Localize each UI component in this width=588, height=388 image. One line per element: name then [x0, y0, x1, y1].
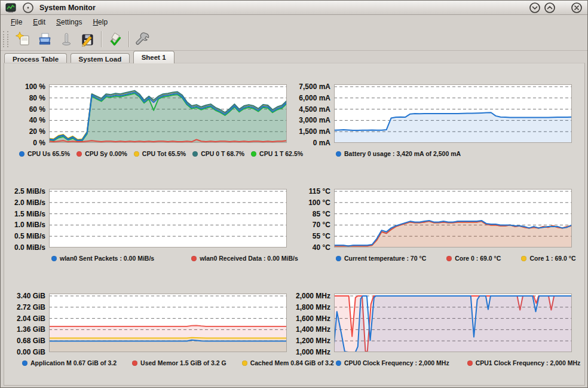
cpu-usage-chart[interactable]: 100 %80 %60 %40 %20 %0 %CPU Us 65.5%CPU …: [6, 81, 287, 163]
toolbar: [1, 28, 587, 51]
y-axis-label: 3,000 mA: [291, 115, 330, 125]
window-menu-button[interactable]: [22, 2, 34, 14]
save-icon: [79, 31, 96, 48]
menu-file[interactable]: File: [5, 17, 27, 28]
chart-legend: CPU Us 65.5%CPU Sy 0.00%CPU Tot 65.5%CPU…: [19, 150, 303, 157]
legend-color-dot: [336, 360, 341, 366]
y-axis-label: 2.04 GiB: [6, 314, 45, 323]
y-axis-label: 100 %: [6, 82, 45, 91]
menubar: File Edit Settings Help: [1, 16, 587, 28]
menu-settings[interactable]: Settings: [51, 17, 87, 28]
chart-legend: Battery 0 usage : 3,420 mA of 2,500 mA: [336, 150, 461, 157]
maximize-button[interactable]: [544, 2, 556, 14]
plot-area: [334, 189, 572, 248]
menu-help[interactable]: Help: [87, 17, 113, 28]
y-axis-label: 80 %: [6, 93, 45, 103]
legend-color-dot: [242, 360, 247, 366]
legend-text: CPU Tot 65.5%: [142, 150, 186, 157]
legend-text: CPU 0 T 68.7%: [201, 150, 244, 157]
legend-color-dot: [251, 151, 256, 157]
y-axis-label: 2.5 MiB/s: [6, 187, 45, 196]
app-icon: [5, 2, 16, 13]
y-axis-label: 70 °C: [291, 220, 330, 230]
y-axis-label: 0.5 MiB/s: [6, 231, 45, 241]
legend-text: wlan0 Received Data : 0.00 MiB/s: [200, 255, 298, 262]
tabbar: Process Table System Load Sheet 1: [1, 51, 587, 63]
plot-area: [49, 294, 287, 352]
legend-color-dot: [76, 151, 82, 157]
legend-text: Current temperature : 70 °C: [344, 255, 426, 262]
new-worksheet-button[interactable]: [13, 30, 34, 48]
legend-item: wlan0 Sent Packets : 0.00 MiB/s: [51, 255, 154, 262]
y-axis-label: 1,200 MHz: [291, 336, 330, 346]
legend-color-dot: [22, 360, 27, 366]
tab-sheet-1[interactable]: Sheet 1: [133, 51, 174, 63]
y-axis-label: 3.40 GiB: [6, 291, 45, 301]
legend-item: Battery 0 usage : 3,420 mA of 2,500 mA: [336, 150, 461, 157]
y-axis-label: 1,600 MHz: [291, 314, 330, 323]
legend-text: CPU Us 65.5%: [27, 150, 70, 157]
close-button[interactable]: [571, 2, 583, 14]
legend-color-dot: [467, 360, 473, 366]
y-axis-label: 1,800 MHz: [291, 303, 330, 312]
legend-text: wlan0 Sent Packets : 0.00 MiB/s: [60, 255, 154, 262]
export-worksheet-button[interactable]: [77, 30, 99, 48]
titlebar[interactable]: System Monitor: [1, 1, 587, 15]
legend-item: CPU Tot 65.5%: [134, 150, 186, 157]
plot-area: [49, 189, 287, 248]
legend-color-dot: [336, 151, 341, 157]
legend-text: Battery 0 usage : 3,420 mA of 2,500 mA: [344, 150, 461, 157]
y-axis-label: 85 °C: [291, 209, 330, 219]
minimize-button[interactable]: [529, 2, 541, 14]
plot-area: [334, 294, 572, 352]
toolbar-drag-handle[interactable]: [3, 31, 8, 47]
apply-worksheet-button[interactable]: [105, 30, 126, 48]
toolbar-separator: [128, 31, 130, 47]
legend-item: CPU1 Clock Frequency : 2,000 MHz: [467, 359, 581, 366]
chart-legend: Current temperature : 70 °CCore 0 : 69.0…: [336, 255, 576, 262]
temperature-chart[interactable]: 115 °C100 °C85 °C70 °C55 °C40 °CCurrent …: [291, 185, 572, 267]
thermometer-icon: [58, 31, 75, 48]
plot-area: [49, 84, 287, 143]
y-axis-label: 115 °C: [291, 187, 330, 196]
legend-color-dot: [19, 151, 24, 157]
legend-item: Core 1 : 69.0 °C: [521, 255, 575, 262]
chart-legend: wlan0 Sent Packets : 0.00 MiB/swlan0 Rec…: [51, 255, 298, 262]
legend-item: CPU Sy 0.00%: [76, 150, 127, 157]
y-axis-label: 1,500 mA: [291, 127, 330, 136]
y-axis-label: 1,400 MHz: [291, 325, 330, 334]
window-title: System Monitor: [39, 4, 96, 12]
y-axis-label: 0.0 MiB/s: [6, 243, 45, 252]
y-axis-label: 40 %: [6, 115, 45, 125]
import-worksheet-button[interactable]: [34, 30, 56, 48]
y-axis-label: 1.36 GiB: [6, 325, 45, 334]
legend-text: CPU Sy 0.00%: [85, 150, 127, 157]
legend-item: Used Memor 1.5 GiB of 3.2 G: [132, 359, 226, 366]
legend-text: Core 1 : 69.0 °C: [529, 255, 575, 262]
chart-legend: CPU0 Clock Frequency : 2,000 MHzCPU1 Clo…: [336, 359, 580, 366]
toolbar-separator: [101, 31, 102, 47]
legend-text: CPU0 Clock Frequency : 2,000 MHz: [344, 359, 449, 366]
memory-chart[interactable]: 3.40 GiB2.72 GiB2.04 GiB1.36 GiB0.68 GiB…: [6, 290, 287, 372]
legend-text: Core 0 : 69.0 °C: [455, 255, 501, 262]
configure-button[interactable]: [132, 30, 154, 48]
legend-item: Core 0 : 69.0 °C: [446, 255, 501, 262]
menu-edit[interactable]: Edit: [27, 17, 51, 28]
wrench-icon: [134, 31, 151, 48]
legend-item: CPU0 Clock Frequency : 2,000 MHz: [336, 359, 449, 366]
y-axis-label: 1.5 MiB/s: [6, 209, 45, 219]
monitor-button[interactable]: [56, 30, 77, 48]
legend-color-dot: [134, 151, 139, 157]
legend-text: CPU1 Clock Frequency : 2,000 MHz: [476, 359, 581, 366]
plot-area: [334, 84, 572, 143]
network-chart[interactable]: 2.5 MiB/s2.0 MiB/s1.5 MiB/s1.0 MiB/s0.5 …: [6, 185, 287, 267]
y-axis-label: 0.68 GiB: [6, 336, 45, 346]
y-axis-label: 0.00 GiB: [6, 347, 45, 357]
y-axis-label: 7,500 mA: [291, 82, 330, 91]
battery-chart[interactable]: 7,500 mA6,000 mA4,500 mA3,000 mA1,500 mA…: [291, 81, 572, 163]
y-axis-label: 20 %: [6, 127, 45, 136]
legend-color-dot: [336, 256, 341, 261]
brush-check-icon: [107, 31, 124, 48]
clock-chart[interactable]: 2,000 MHz1,800 MHz1,600 MHz1,400 MHz1,20…: [291, 290, 572, 372]
worksheet: 100 %80 %60 %40 %20 %0 %CPU Us 65.5%CPU …: [4, 63, 585, 386]
